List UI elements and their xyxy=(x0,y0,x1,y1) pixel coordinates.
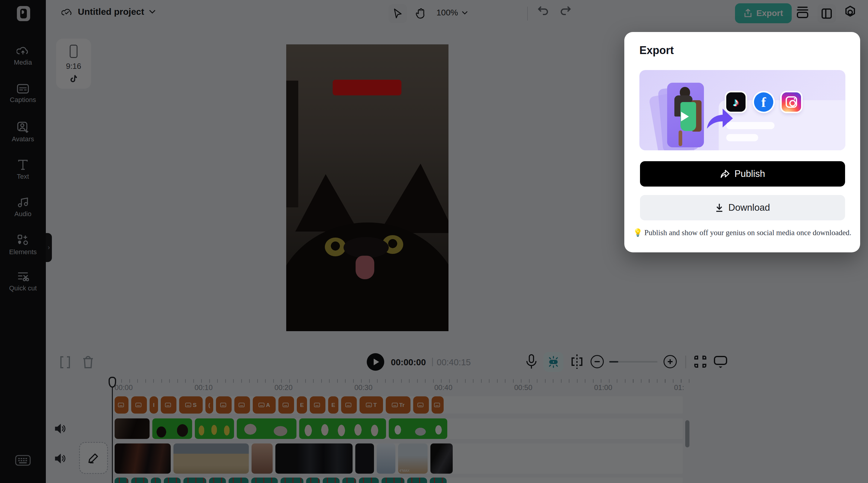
export-tip-text: 💡 Publish and show off your genius on so… xyxy=(624,228,860,237)
play-triangle-icon xyxy=(681,112,689,121)
export-illustration: ♪ f xyxy=(640,70,845,150)
publish-button-label: Publish xyxy=(734,168,765,179)
publish-share-icon xyxy=(720,169,730,178)
export-modal-title: Export xyxy=(640,44,674,57)
export-modal: Export ♪ f Publish xyxy=(624,32,860,252)
download-icon xyxy=(715,203,723,212)
instagram-icon xyxy=(782,92,801,112)
tiktok-icon: ♪ xyxy=(726,92,746,112)
video-editor-app: Media Captions Avatars Text Audio Elemen… xyxy=(0,0,868,483)
illustration-video-card xyxy=(667,83,704,147)
download-button[interactable]: Download xyxy=(640,195,845,220)
publish-button[interactable]: Publish xyxy=(640,161,845,187)
placeholder-bar xyxy=(726,122,775,129)
download-button-label: Download xyxy=(728,202,770,213)
facebook-icon: f xyxy=(754,92,773,112)
illustration-legs xyxy=(679,131,682,146)
lightbulb-icon: 💡 xyxy=(633,229,642,237)
placeholder-bar xyxy=(726,134,758,141)
